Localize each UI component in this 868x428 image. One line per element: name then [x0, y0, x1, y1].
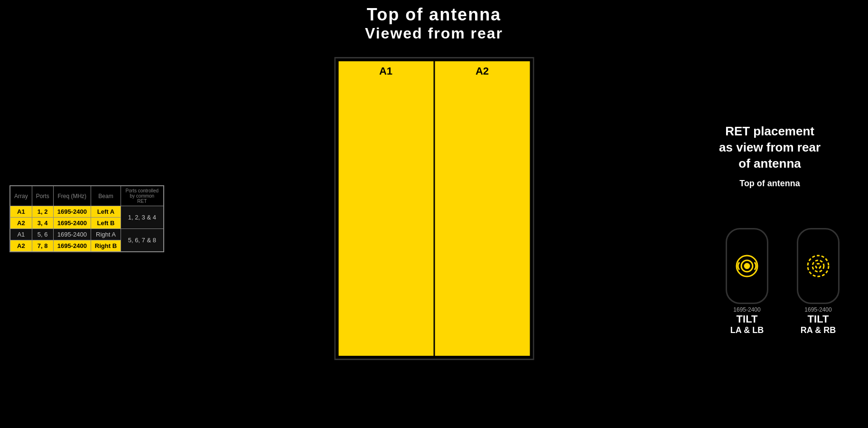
- cell-array: A2: [10, 218, 32, 229]
- cell-freq: 1695-2400: [53, 206, 91, 218]
- table-row: A1 5, 6 1695-2400 Right A 5, 6, 7 & 8: [10, 229, 164, 240]
- ret-sub-right: RA & RB: [801, 325, 836, 335]
- ret-sub-left: LA & LB: [730, 325, 764, 335]
- cell-beam: Left A: [91, 206, 121, 218]
- array-table: Array Ports Freq (MHz) Beam Ports contro…: [9, 185, 164, 252]
- cell-array: A2: [10, 240, 32, 252]
- antenna-diagram: A1 A2: [334, 57, 534, 360]
- panel-a1-label: A1: [379, 65, 392, 77]
- antenna-panel-a2: A2: [435, 61, 530, 356]
- ret-tilt-left: TILT: [737, 313, 758, 325]
- antenna-panel-a1: A1: [338, 61, 433, 356]
- dashed-ret-icon: [804, 252, 832, 280]
- main-container: Top of antenna Viewed from rear A1 A2 Ar…: [0, 0, 868, 428]
- ret-body-left: [726, 228, 768, 304]
- title-line1: Top of antenna: [365, 5, 503, 25]
- svg-point-5: [816, 264, 821, 268]
- svg-point-3: [808, 256, 829, 276]
- col-header-array: Array: [10, 186, 32, 206]
- cell-freq: 1695-2400: [53, 229, 91, 240]
- ret-freq-right: 1695-2400: [804, 306, 831, 313]
- cell-ports: 1, 2: [32, 206, 53, 218]
- ret-top-antenna-label: Top of antenna: [719, 179, 821, 189]
- table-container: Array Ports Freq (MHz) Beam Ports contro…: [9, 185, 164, 252]
- table-row: A1 1, 2 1695-2400 Left A 1, 2, 3 & 4: [10, 206, 164, 218]
- svg-point-2: [745, 264, 749, 268]
- cell-array: A1: [10, 206, 32, 218]
- ret-title-text: RET placement as view from rear of anten…: [719, 124, 821, 171]
- svg-point-4: [812, 260, 824, 272]
- antenna-outer-border: A1 A2: [334, 57, 534, 360]
- ret-unit-left: 1695-2400 TILT LA & LB: [726, 228, 768, 335]
- ret-freq-left: 1695-2400: [733, 306, 760, 313]
- cell-array: A1: [10, 229, 32, 240]
- cell-ports: 7, 8: [32, 240, 53, 252]
- top-title-block: Top of antenna Viewed from rear: [365, 5, 503, 42]
- cell-freq: 1695-2400: [53, 218, 91, 229]
- cell-ret-group: 5, 6, 7 & 8: [121, 229, 164, 252]
- panel-a2-label: A2: [476, 65, 489, 77]
- ret-placement-title: RET placement as view from rear of anten…: [719, 124, 821, 189]
- cell-ret-group: 1, 2, 3 & 4: [121, 206, 164, 229]
- ret-body-right: [797, 228, 840, 304]
- cell-ports: 5, 6: [32, 229, 53, 240]
- ret-unit-right: 1695-2400 TILT RA & RB: [797, 228, 840, 335]
- solid-ret-icon: [733, 252, 761, 280]
- col-header-freq: Freq (MHz): [53, 186, 91, 206]
- col-header-ports: Ports: [32, 186, 53, 206]
- antenna-border: A1 A2: [336, 58, 532, 359]
- cell-beam: Right B: [91, 240, 121, 252]
- col-header-beam: Beam: [91, 186, 121, 206]
- cell-freq: 1695-2400: [53, 240, 91, 252]
- cell-ports: 3, 4: [32, 218, 53, 229]
- ret-diagram: 1695-2400 TILT LA & LB 1695-2400 TILT RA…: [726, 228, 840, 335]
- cell-beam: Right A: [91, 229, 121, 240]
- col-header-ret: Ports controlledby common RET: [121, 186, 164, 206]
- cell-beam: Left B: [91, 218, 121, 229]
- ret-tilt-right: TILT: [808, 313, 829, 325]
- title-line2: Viewed from rear: [365, 25, 503, 42]
